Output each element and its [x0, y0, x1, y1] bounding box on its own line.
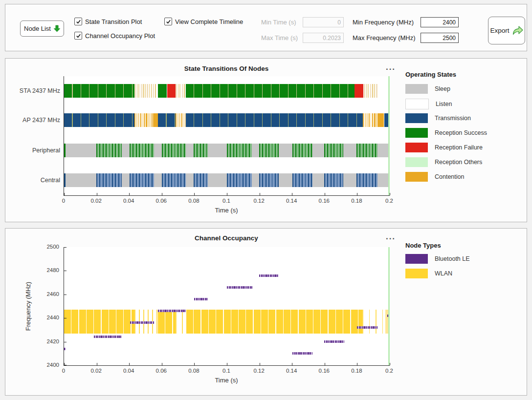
timeline-cursor	[388, 76, 390, 195]
state-transitions-panel: State Transitions Of Nodes ··· STA 2437 …	[5, 58, 527, 222]
ble-transmission-segment	[64, 348, 66, 350]
segment-ble-rx	[96, 144, 121, 157]
legend-label: Reception Others	[435, 159, 482, 166]
min-time-input[interactable]	[303, 17, 344, 27]
arrow-down-icon	[54, 25, 60, 32]
x-tick-mark	[390, 363, 390, 365]
x-tick-label: 0.16	[319, 198, 330, 204]
legend-item-reception-failure: Reception Failure	[405, 143, 483, 152]
x-tick-mark	[292, 193, 292, 195]
row-label: Central	[5, 173, 60, 187]
wlan-band-segment	[64, 310, 134, 333]
node-list-button[interactable]: Node List	[20, 21, 64, 37]
x-tick-label: 0.06	[156, 198, 167, 204]
legend-label: Listen	[436, 101, 452, 107]
x-tick-mark	[260, 193, 260, 195]
toolbar-panel: Node List State Transition Plot Channel …	[5, 4, 527, 51]
max-time-input[interactable]	[303, 33, 344, 43]
legend-item-sleep: Sleep	[405, 84, 450, 94]
operating-states-legend: Operating States SleepListenTransmission…	[405, 71, 525, 78]
y-tick-label: 2500	[41, 244, 59, 250]
x-tick-mark	[194, 193, 195, 195]
y-tick-mark	[64, 318, 66, 318]
wlan-band-segment	[158, 310, 176, 333]
x-tick-label: 0.08	[188, 368, 199, 374]
segment-ble-rx	[292, 144, 312, 157]
y-tick-label: 2480	[41, 267, 59, 273]
legend-item-reception-others: Reception Others	[405, 157, 482, 167]
x-tick-mark	[162, 193, 162, 195]
y-tick-label: 2440	[41, 315, 59, 320]
segment-ble-tx	[227, 173, 252, 187]
x-tick-mark	[260, 363, 260, 365]
checkbox-channel-occupancy[interactable]: Channel Occupancy Plot	[74, 32, 155, 40]
app-window: Node List State Transition Plot Channel …	[0, 0, 532, 400]
segment-mix-tan	[176, 84, 185, 98]
x-tick-label: 0.1	[222, 368, 230, 374]
row-label: Peripheral	[5, 144, 60, 157]
x-tick-label: 0.04	[123, 368, 134, 374]
x-tick-mark	[390, 193, 390, 195]
ble-transmission-segment	[158, 310, 186, 312]
segment-rx-blocks	[64, 84, 134, 98]
min-time-label: Min Time (s)	[261, 19, 296, 26]
legend-item-transmission: Transmission	[405, 113, 471, 123]
ble-transmission-segment	[130, 321, 155, 324]
legend-title: Operating States	[405, 71, 525, 78]
state-row-central	[64, 173, 390, 187]
x-tick-mark	[227, 363, 227, 365]
x-tick-mark	[162, 363, 162, 365]
x-tick-mark	[129, 363, 130, 365]
max-frequency-label: Max Frequency (MHz)	[353, 34, 416, 42]
x-tick-label: 0.2	[385, 368, 393, 374]
state-row-ap-2437-mhz	[64, 113, 390, 127]
segment-mix-orange	[134, 113, 154, 127]
legend-title: Node Types	[405, 242, 525, 249]
state-row-peripheral	[64, 144, 390, 157]
state-row-sta-2437-mhz	[64, 84, 390, 98]
export-button[interactable]: Export	[488, 17, 525, 44]
legend-label: Bluetooth LE	[435, 255, 470, 262]
export-label: Export	[490, 27, 509, 34]
checkbox-view-complete-timeline[interactable]: View Complete Timeline	[164, 18, 243, 25]
max-frequency-input[interactable]	[421, 33, 459, 43]
segment-rx	[64, 144, 66, 157]
legend-swatch	[405, 128, 428, 138]
state-plot-area	[64, 76, 390, 196]
checkbox-icon[interactable]	[74, 18, 82, 25]
legend-label: Reception Success	[435, 129, 487, 136]
segment-ble-tx	[130, 173, 154, 187]
checkbox-icon[interactable]	[164, 18, 172, 25]
legend-swatch	[405, 99, 429, 109]
segment-cont	[377, 113, 384, 127]
y-tick-mark	[64, 271, 66, 271]
checkbox-icon[interactable]	[74, 32, 82, 40]
ble-transmission-segment	[259, 274, 279, 277]
occupancy-plot-xlabel: Time (s)	[64, 377, 389, 384]
max-time-label: Max Time (s)	[261, 34, 298, 42]
legend-label: Contention	[435, 173, 464, 180]
segment-ble-rx	[356, 144, 377, 157]
channel-occupancy-panel: Channel Occupancy ··· Frequency (MHz) 24…	[5, 228, 527, 396]
x-tick-mark	[64, 193, 65, 195]
x-tick-mark	[325, 363, 325, 365]
x-tick-label: 0	[62, 368, 65, 374]
y-tick-mark	[64, 365, 66, 365]
segment-ble-rx	[259, 144, 279, 157]
x-tick-label: 0.14	[286, 198, 297, 204]
x-tick-mark	[357, 193, 357, 195]
legend-swatch	[405, 143, 428, 152]
occupancy-plot-options-menu[interactable]: ···	[381, 235, 400, 242]
legend-item-contention: Contention	[405, 172, 464, 182]
segment-mix-orange	[176, 113, 185, 127]
segment-ble-rx	[162, 144, 186, 157]
x-tick-label: 0.04	[123, 198, 134, 204]
node-types-legend: Node Types Bluetooth LEWLAN	[405, 242, 525, 249]
checkbox-state-transition[interactable]: State Transition Plot	[74, 18, 142, 25]
legend-swatch	[405, 254, 428, 264]
state-plot-options-menu[interactable]: ···	[381, 66, 400, 73]
ble-transmission-segment	[357, 326, 377, 329]
segment-ble-tx	[194, 173, 207, 187]
min-frequency-input[interactable]	[421, 17, 459, 27]
occupancy-plot-ylabel: Frequency (MHz)	[24, 282, 32, 331]
